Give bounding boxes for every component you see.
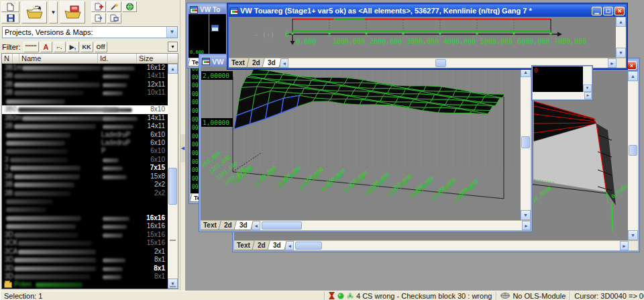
list-item[interactable]: P6x10 [2, 147, 168, 155]
column-header-sort[interactable] [13, 54, 19, 63]
edit-map-button[interactable] [107, 13, 121, 23]
filter-flag-button[interactable]: ▶, [67, 42, 79, 52]
window-map-3d-main[interactable]: VW 203,0001202,0001281,0001400,0000,0005… [199, 54, 533, 232]
minimize-icon[interactable]: ▁ [592, 7, 602, 15]
scroll-thumb[interactable] [521, 136, 530, 148]
filter-more-dropdown[interactable]: ▼ [168, 42, 178, 52]
scroll-right-icon[interactable]: ► [522, 221, 531, 230]
list-scroll-track[interactable] [168, 74, 178, 279]
maximize-icon[interactable]: ☐ [603, 7, 613, 15]
h-scroll-thumb[interactable] [295, 242, 322, 250]
list-item[interactable]: 3B14x11 [2, 72, 168, 80]
open-dropdown-button[interactable]: ▼ [49, 1, 58, 23]
h-scroll-track[interactable] [294, 241, 620, 250]
scroll-right-icon[interactable]: ► [608, 58, 616, 68]
map-3d-view-main[interactable]: 203,0001202,0001281,0001400,0000,00050,0… [201, 67, 521, 220]
window-titlebar[interactable]: VW To [189, 5, 226, 14]
collapse-panel-arrow[interactable]: ◀ [180, 134, 185, 162]
tab-3d[interactable]: 3d [262, 58, 281, 68]
list-item[interactable]: 3B2x2 [2, 189, 168, 197]
scroll-thumb[interactable] [629, 145, 637, 156]
filter-off-button[interactable]: Off [95, 42, 107, 52]
list-item[interactable]: 3CA2x1 [2, 248, 168, 256]
maps-list-scrollbar[interactable]: ▲ ▼ [168, 64, 178, 289]
scroll-left-icon[interactable]: ◄ [285, 241, 294, 250]
window-map-small[interactable]: 0 ▼ ► [531, 65, 593, 101]
scroll-left-icon[interactable]: ◄ [252, 221, 260, 230]
h-scroll-thumb[interactable] [435, 59, 446, 67]
view-selector-combo[interactable]: Projects, Versions & Maps: ▼ [2, 26, 178, 38]
new-project-button[interactable] [1, 1, 19, 12]
map-wizard-button[interactable] [107, 1, 121, 12]
list-item[interactable]: 36x10 [2, 156, 168, 164]
window-kennlinie-active[interactable]: VW Touareg (Stage1+ var5 ok) as <All ele… [227, 3, 628, 70]
scroll-up-icon[interactable]: ▲ [616, 17, 626, 27]
open-project-button[interactable] [21, 1, 47, 23]
scroll-down-icon[interactable]: ▼ [583, 85, 592, 92]
list-item[interactable] [2, 97, 168, 105]
list-item[interactable]: LadedruP6x10 [2, 139, 168, 147]
kennlinie-2d-view[interactable]: 0,0001000,0002000,0003000,0004000,000500… [229, 17, 616, 58]
maps-list: N Name Id. Size 3B1m16x123B14x113B12x113… [1, 53, 178, 289]
list-item[interactable] [2, 197, 168, 205]
filter-marks-button[interactable]: """" [23, 42, 39, 52]
import-file-button[interactable] [60, 1, 85, 23]
list-item[interactable]: 3B12x11 [2, 81, 168, 89]
list-scroll-thumb[interactable] [168, 168, 177, 205]
scroll-right-icon[interactable]: ► [620, 241, 629, 250]
maps-list-body[interactable]: 3B1m16x123B14x113B12x113B10x113B08x103B0… [2, 64, 168, 289]
filter-kk-button[interactable]: KK [80, 42, 93, 52]
scroll-right-icon[interactable]: ► [584, 92, 592, 99]
close-icon[interactable]: ✕ [614, 7, 625, 15]
internet-button[interactable] [122, 1, 137, 12]
list-item[interactable]: 37x15 [2, 164, 168, 172]
h-scroll-track[interactable] [260, 221, 522, 230]
scroll-up-icon[interactable]: ▲ [168, 64, 178, 74]
window-titlebar[interactable]: VW Touareg (Stage1+ var5 ok) as <All ele… [229, 5, 626, 17]
v-scrollbar[interactable]: ▲ ▼ [616, 17, 626, 58]
list-item[interactable]: 3B14x11 [2, 122, 168, 130]
add-window-button[interactable] [91, 13, 106, 23]
v-scrollbar[interactable]: ▲ ▼ [628, 71, 638, 240]
scroll-up-icon[interactable]: ▲ [628, 71, 638, 81]
list-item[interactable]: 3D15x16 [2, 231, 168, 239]
scroll-left-icon[interactable]: ◄ [280, 58, 288, 68]
list-item[interactable]: LadedruP6x10 [2, 131, 168, 139]
list-item[interactable]: 3D8x1 [2, 272, 168, 281]
list-item[interactable]: 16x16 [2, 222, 168, 230]
scroll-down-icon[interactable]: ▼ [616, 48, 626, 58]
list-item[interactable]: 3D8x1 [2, 264, 168, 272]
h-scrollbar[interactable]: ► [533, 92, 592, 99]
column-header-size[interactable]: Size [137, 54, 168, 63]
list-item[interactable]: Poten [2, 281, 168, 289]
close-icon[interactable]: x [627, 61, 637, 70]
combo-dropdown-icon[interactable]: ▼ [166, 27, 177, 38]
list-item[interactable]: 16x16 [2, 214, 168, 222]
column-header-n[interactable]: N [2, 54, 13, 63]
scroll-down-icon[interactable]: ▼ [521, 210, 531, 220]
list-item[interactable]: 3B2x2 [2, 181, 168, 189]
map-2d-view[interactable]: 0,000 [189, 14, 226, 58]
add-version-button[interactable] [91, 1, 106, 12]
map-small-view[interactable]: 0 [533, 66, 583, 92]
list-item[interactable]: 3D8x1 [2, 256, 168, 264]
panel-splitter[interactable]: ◀ [180, 0, 185, 291]
scroll-down-icon[interactable]: ▼ [628, 230, 638, 240]
tab-3d[interactable]: 3d [233, 221, 253, 230]
filter-axis-button[interactable]: A [40, 42, 52, 52]
save-button[interactable] [1, 13, 19, 23]
list-item[interactable] [2, 205, 168, 213]
column-header-name[interactable]: Name [19, 54, 98, 63]
h-scroll-thumb[interactable] [262, 221, 302, 230]
list-item[interactable]: 3B15x8 [2, 172, 168, 181]
list-item[interactable]: 3CK15x16 [2, 239, 168, 247]
v-scrollbar[interactable]: ▼ [583, 66, 592, 92]
list-item[interactable]: 3B0m14x11 [2, 114, 168, 122]
list-item-selected[interactable]: 3B08x10 [2, 105, 168, 113]
list-item[interactable]: 3B1m16x12 [2, 64, 168, 72]
v-scrollbar[interactable]: ▲ ▼ [521, 67, 531, 220]
filter-selection-button[interactable]: ⌐. [54, 42, 66, 52]
column-header-id[interactable]: Id. [98, 54, 137, 63]
tab-3d[interactable]: 3d [267, 241, 286, 250]
list-item[interactable]: 3B10x11 [2, 89, 168, 97]
